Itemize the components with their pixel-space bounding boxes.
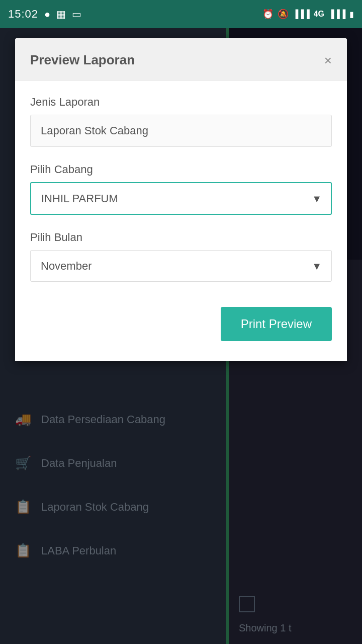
bulan-select[interactable]: Januari Februari Maret April Mei Juni Ju… (30, 250, 332, 282)
jenis-laporan-label: Jenis Laporan (30, 96, 332, 109)
pilih-bulan-group: Pilih Bulan Januari Februari Maret April… (30, 231, 332, 282)
pilih-cabang-group: Pilih Cabang INHIL PARFUM Cabang Lain ▼ (30, 163, 332, 215)
status-bar: 15:02 ● ▦ ▭ ⏰ 🔕 ▐▐▐ 4G ▐▐▐ ▮ (0, 0, 362, 28)
jenis-laporan-input[interactable] (30, 115, 332, 147)
whatsapp-icon: ● (44, 9, 50, 20)
modal-overlay: Preview Laporan × Jenis Laporan Pilih Ca… (0, 28, 362, 644)
modal-body: Jenis Laporan Pilih Cabang INHIL PARFUM … (15, 80, 347, 302)
mute-icon: 🔕 (278, 9, 289, 20)
jenis-laporan-group: Jenis Laporan (30, 96, 332, 147)
modal-close-button[interactable]: × (324, 54, 332, 67)
modal-header: Preview Laporan × (15, 38, 347, 80)
modal-title: Preview Laporan (30, 52, 135, 68)
cabang-select[interactable]: INHIL PARFUM Cabang Lain (30, 182, 332, 215)
4g-icon: 4G (314, 10, 324, 19)
print-preview-button[interactable]: Print Preview (221, 307, 332, 341)
battery-icon: ▮ (349, 10, 354, 19)
pilih-bulan-label: Pilih Bulan (30, 231, 332, 244)
alarm-icon: ⏰ (262, 9, 274, 20)
gallery-icon: ▦ (56, 8, 66, 20)
laptop-icon: ▭ (72, 8, 81, 20)
preview-modal: Preview Laporan × Jenis Laporan Pilih Ca… (15, 38, 347, 361)
cabang-select-wrapper: INHIL PARFUM Cabang Lain ▼ (30, 182, 332, 215)
status-time: 15:02 (8, 8, 38, 21)
bulan-select-wrapper: Januari Februari Maret April Mei Juni Ju… (30, 250, 332, 282)
pilih-cabang-label: Pilih Cabang (30, 163, 332, 176)
signal-icon: ▐▐▐ (293, 10, 310, 19)
modal-footer: Print Preview (15, 302, 347, 361)
signal2-icon: ▐▐▐ (328, 10, 345, 19)
